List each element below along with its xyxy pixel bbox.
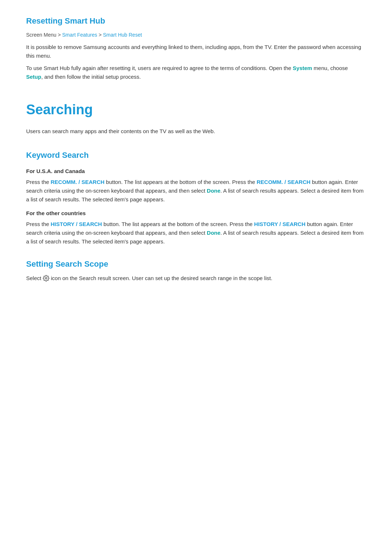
breadcrumb-arrow2: >: [99, 32, 103, 38]
usa-recomm-button2: RECOMM. / SEARCH: [257, 179, 310, 185]
resetting-system-link[interactable]: System: [293, 65, 312, 71]
breadcrumb-prefix: Screen Menu: [26, 32, 58, 38]
usa-recomm-button1: RECOMM. / SEARCH: [51, 179, 105, 185]
keyword-search-section: Keyword Search For U.S.A. and Canada Pre…: [26, 149, 366, 246]
searching-section: Searching Users can search many apps and…: [26, 99, 366, 136]
breadcrumb: Screen Menu > Smart Features > Smart Hub…: [26, 31, 366, 39]
usa-done: Done: [207, 188, 221, 194]
other-heading: For the other countries: [26, 209, 366, 218]
resetting-smart-hub-section: Resetting Smart Hub Screen Menu > Smart …: [26, 15, 366, 81]
svg-point-0: [45, 278, 47, 279]
usa-heading: For U.S.A. and Canada: [26, 167, 366, 176]
scope-paragraph: Select icon on the Search result screen.…: [26, 274, 366, 283]
scope-para-prefix: Select: [26, 275, 43, 281]
other-history-button1: HISTORY / SEARCH: [51, 221, 102, 227]
resetting-para2: To use Smart Hub fully again after reset…: [26, 64, 366, 81]
resetting-para1: It is possible to remove Samsung account…: [26, 43, 366, 60]
other-para-mid1: button. The list appears at the bottom o…: [102, 221, 254, 227]
resetting-setup-link[interactable]: Setup: [26, 74, 41, 80]
usa-para-mid1: button. The list appears at the bottom o…: [105, 179, 257, 185]
search-scope-title: Setting Search Scope: [26, 258, 366, 270]
scope-para-suffix: icon on the Search result screen. User c…: [49, 275, 273, 281]
usa-para-prefix: Press the: [26, 179, 51, 185]
keyword-search-title: Keyword Search: [26, 149, 366, 161]
resetting-title: Resetting Smart Hub: [26, 15, 366, 27]
usa-paragraph: Press the RECOMM. / SEARCH button. The l…: [26, 178, 366, 204]
other-paragraph: Press the HISTORY / SEARCH button. The l…: [26, 220, 366, 246]
searching-intro: Users can search many apps and their con…: [26, 127, 366, 136]
searching-title: Searching: [26, 99, 366, 121]
other-done: Done: [207, 230, 221, 236]
resetting-para2-middle: menu, choose: [312, 65, 348, 71]
breadcrumb-arrow1: >: [58, 32, 62, 38]
breadcrumb-link-smart-features[interactable]: Smart Features: [62, 32, 97, 38]
resetting-para2-suffix: , and then follow the initial setup proc…: [41, 74, 141, 80]
search-scope-section: Setting Search Scope Select icon on the …: [26, 258, 366, 283]
other-para-prefix: Press the: [26, 221, 51, 227]
resetting-para2-prefix: To use Smart Hub fully again after reset…: [26, 65, 293, 71]
other-history-button2: HISTORY / SEARCH: [254, 221, 305, 227]
breadcrumb-link-smart-hub-reset[interactable]: Smart Hub Reset: [103, 32, 142, 38]
gear-icon: [43, 275, 49, 282]
